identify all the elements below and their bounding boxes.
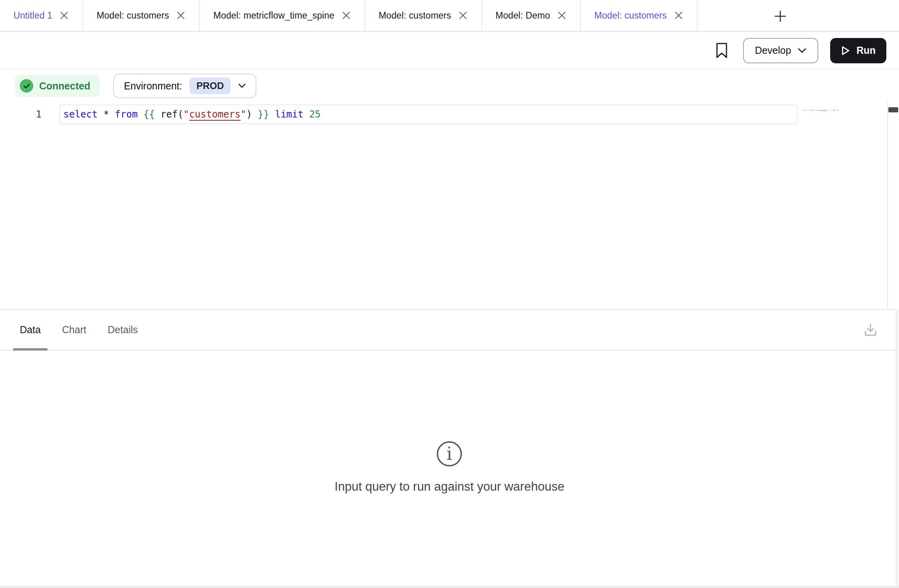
develop-button-label: Develop bbox=[755, 45, 791, 56]
minimap-token: from bbox=[810, 110, 813, 111]
results-tab-label: Details bbox=[108, 324, 138, 336]
code-token: " bbox=[241, 109, 246, 120]
svg-text:i: i bbox=[447, 444, 452, 464]
results-tab[interactable]: Data bbox=[13, 310, 47, 350]
editor-minimap-divider bbox=[887, 102, 888, 309]
info-icon: i bbox=[436, 440, 463, 468]
chevron-down-icon bbox=[798, 48, 806, 53]
editor-tab[interactable]: Model: Demo bbox=[482, 0, 581, 31]
code-token: * bbox=[103, 109, 109, 120]
empty-state-message: Input query to run against your warehous… bbox=[335, 480, 565, 494]
results-tab[interactable]: Details bbox=[101, 310, 144, 350]
run-button[interactable]: Run bbox=[830, 38, 886, 63]
sql-editor[interactable]: 1 select * from {{ ref("customers") }} l… bbox=[0, 102, 899, 309]
code-token bbox=[269, 109, 275, 120]
tab-label: Untitled 1 bbox=[13, 10, 52, 21]
environment-value-badge: PROD bbox=[190, 78, 230, 94]
tab-label: Model: metricflow_time_spine bbox=[213, 10, 334, 21]
toolbar: Develop Run bbox=[0, 32, 899, 70]
minimap-token: 25 bbox=[837, 110, 838, 111]
chevron-down-icon bbox=[238, 83, 246, 88]
editor-tab[interactable]: Untitled 1 bbox=[0, 0, 83, 31]
close-icon[interactable] bbox=[674, 11, 683, 20]
code-token bbox=[138, 109, 143, 120]
close-icon[interactable] bbox=[341, 11, 351, 20]
close-icon[interactable] bbox=[458, 11, 468, 20]
results-tab-label: Chart bbox=[62, 324, 86, 336]
tab-label: Model: Demo bbox=[495, 10, 550, 21]
minimap-token: ref( bbox=[815, 110, 819, 111]
results-panel: i Input query to run against your wareho… bbox=[0, 351, 899, 586]
editor-scrollbar-thumb[interactable] bbox=[888, 107, 898, 112]
editor-tab[interactable]: Model: customers bbox=[581, 0, 698, 31]
check-icon bbox=[20, 79, 33, 93]
close-icon[interactable] bbox=[59, 11, 69, 20]
results-empty-state: i Input query to run against your wareho… bbox=[335, 440, 565, 494]
editor-tab[interactable]: Model: customers bbox=[83, 0, 200, 31]
results-tab-label: Data bbox=[20, 324, 41, 336]
code-token bbox=[109, 109, 115, 120]
tab-label: Model: customers bbox=[97, 10, 169, 21]
status-row: Connected Environment: PROD bbox=[0, 70, 899, 102]
code-token: limit bbox=[275, 109, 303, 120]
environment-label: Environment: bbox=[124, 80, 182, 92]
tab-label: Model: customers bbox=[594, 10, 667, 21]
add-tab-icon bbox=[774, 9, 787, 23]
develop-button[interactable]: Develop bbox=[743, 38, 819, 63]
connection-status-badge: Connected bbox=[15, 75, 100, 97]
editor-tab[interactable]: Model: metricflow_time_spine bbox=[200, 0, 365, 31]
minimap-token: select bbox=[802, 110, 807, 111]
add-tab-button[interactable] bbox=[762, 9, 798, 23]
code-token: " bbox=[183, 109, 189, 120]
download-results-button[interactable] bbox=[863, 322, 878, 338]
code-token: ) bbox=[246, 109, 258, 120]
results-tab-bar: Data Chart Details bbox=[0, 309, 899, 351]
close-icon[interactable] bbox=[557, 11, 567, 20]
code-line[interactable]: select * from {{ ref("customers") }} lim… bbox=[63, 104, 321, 124]
environment-selector[interactable]: Environment: PROD bbox=[113, 74, 256, 98]
run-button-label: Run bbox=[856, 45, 876, 56]
editor-minimap[interactable]: select * from {{ ref("customers") }} lim… bbox=[801, 106, 838, 111]
code-token: ref( bbox=[155, 109, 183, 120]
minimap-token: limit bbox=[832, 110, 836, 111]
editor-tab[interactable]: Model: customers bbox=[365, 0, 482, 31]
code-token: from bbox=[115, 109, 138, 120]
code-token: 25 bbox=[309, 109, 321, 120]
code-token bbox=[98, 109, 103, 120]
results-scrollbar-track[interactable] bbox=[896, 309, 899, 586]
code-token: {{ bbox=[143, 109, 155, 120]
code-token: select bbox=[63, 109, 98, 120]
close-icon[interactable] bbox=[176, 11, 186, 20]
tab-label: Model: customers bbox=[379, 10, 451, 21]
code-token bbox=[303, 109, 309, 120]
line-number: 1 bbox=[0, 105, 47, 124]
code-token: customers bbox=[189, 109, 241, 120]
download-icon bbox=[863, 322, 878, 338]
connection-status-label: Connected bbox=[39, 80, 90, 92]
code-token: }} bbox=[258, 109, 269, 120]
minimap-token: customers bbox=[820, 110, 827, 111]
bottom-edge-strip bbox=[0, 586, 899, 588]
bookmark-icon[interactable] bbox=[715, 42, 728, 59]
play-icon bbox=[841, 46, 850, 56]
results-tab[interactable]: Chart bbox=[55, 310, 93, 350]
